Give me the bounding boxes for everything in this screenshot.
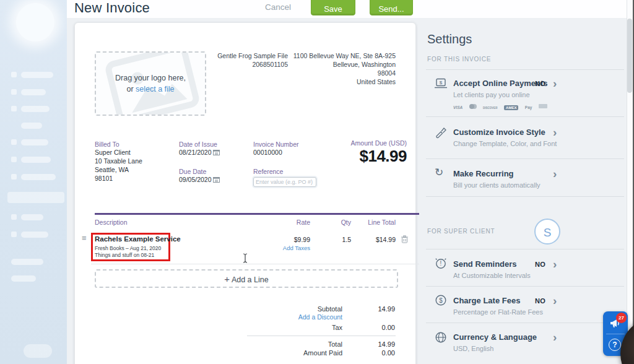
table-top-rule [95,213,419,215]
sidebar-item-label [21,157,51,163]
sidebar-item-active[interactable] [7,192,64,203]
amount-paid-label: Amount Paid [243,349,342,357]
chevron-right-icon: › [553,170,557,178]
logo-drop-text: Drag your logo here, or select a file [96,72,205,95]
status-badge: NO [535,261,545,268]
row-divider [91,264,419,264]
sidebar-item-label [11,259,43,265]
plus-icon: + [224,274,230,284]
billed-to-label: Billed To [95,141,142,148]
sidebar-item-icon [11,157,17,162]
notification-badge: 27 [616,313,627,323]
col-header-line-total: Line Total [355,219,396,226]
svg-text:!: ! [440,260,442,267]
sidebar-item-label [21,232,48,238]
line-item-rate[interactable]: $9.99 [261,236,310,243]
help-button[interactable]: ? [609,339,621,351]
sidebar-item-label [21,174,56,180]
sidebar-item-icon [11,214,17,220]
send-button[interactable]: Send... [370,0,413,15]
reference-field: Reference [253,168,316,187]
text-cursor-icon [242,253,248,263]
sidebar-logo-avatar [16,3,54,41]
recurring-icon: ↻ [435,166,443,179]
company-name: Gentle Frog Sample File [217,51,288,60]
sidebar-item-icon [11,89,17,95]
settings-panel: Settings FOR THIS INVOICE $ Accept Onlin… [426,0,627,364]
col-header-description: Description [95,219,128,226]
mastercard-icon [469,100,477,111]
reference-input[interactable] [253,177,316,187]
status-badge: NO [535,297,545,305]
select-file-link[interactable]: select a file [136,85,175,93]
setting-customize-invoice-style[interactable]: Customize Invoice Style › Change Templat… [426,123,625,152]
bank-payment-icon [539,104,547,108]
chevron-right-icon: › [553,79,557,88]
line-item-description[interactable]: Rachels Example Service Fresh Books – Au… [95,235,181,259]
online-payments-icon: $ [435,78,447,89]
line-item-qty[interactable]: 1.5 [323,236,351,243]
sidebar-item-label [21,123,42,129]
chevron-right-icon: › [553,128,557,137]
setting-accept-online-payments[interactable]: $ Accept Online Payments NO › Let client… [426,74,625,115]
sidebar-item-label [21,139,48,145]
setting-send-reminders[interactable]: ! Send Reminders NO › At Customizable In… [426,254,625,284]
svg-text:$: $ [439,297,443,304]
sidebar-item-icon [11,174,17,180]
sidebar-item-icon [11,72,17,77]
invoice-number-field[interactable]: Invoice Number 00010000 [253,141,299,157]
drag-handle-icon[interactable]: ≡ [82,233,87,243]
company-address[interactable]: 1100 Bellevue Way NE, Ste 8A-925 Bellevu… [293,51,396,86]
sidebar-item-icon [11,106,17,111]
save-button[interactable]: Save [311,0,355,15]
setting-make-recurring[interactable]: ↻ Make Recurring › Bill your clients aut… [426,163,625,193]
apple-pay-icon: Pay [525,105,532,110]
visa-icon: VISA [453,105,462,110]
payment-methods-row: VISA DISCOVER AMEX Pay [453,100,547,111]
subtotal-value: 14.99 [339,305,395,313]
tax-label[interactable]: Tax [243,324,342,331]
company-info[interactable]: Gentle Frog Sample File 2068501105 [217,51,288,69]
paintbrush-icon [435,126,447,139]
invoice-card: Drag your logo here, or select a file Ge… [74,22,416,364]
totals-divider [247,336,396,336]
client-name: Super Client [95,148,142,157]
calendar-icon [213,176,220,183]
setting-charge-late-fees[interactable]: $ Charge Late Fees NO › Percentage or Fl… [426,291,625,321]
delete-line-icon[interactable] [401,235,408,243]
add-taxes-link[interactable]: Add Taxes [261,245,310,251]
chevron-right-icon: › [553,333,557,342]
sidebar-item-icon [11,139,17,145]
date-of-issue-field[interactable]: Date of Issue 08/21/2020 [179,141,220,157]
sidebar-footer-logo [24,344,52,358]
amount-due-value: $14.99 [351,147,407,166]
sidebar-item-label [11,275,36,282]
amount-due-block: Amount Due (USD) $14.99 [351,139,407,166]
line-item-total: $14.99 [355,236,396,243]
svg-text:$: $ [440,80,443,85]
setting-currency-language[interactable]: Currency & Language › USD, English [426,327,625,357]
chevron-right-icon: › [553,297,557,305]
scrollbar-thumb[interactable] [627,19,632,93]
total-value: 14.99 [339,340,395,348]
dollar-coin-icon: $ [435,294,447,306]
add-discount-link[interactable]: Add a Discount [243,313,342,321]
client-avatar[interactable]: S [534,219,560,245]
section-for-super-client: FOR SUPER CLIENT [427,228,495,235]
logo-drop-zone[interactable]: Drag your logo here, or select a file [95,51,206,116]
discover-icon: DISCOVER [483,106,498,110]
cancel-button[interactable]: Cancel [265,2,291,12]
amount-paid-value: 0.00 [339,349,395,357]
settings-title: Settings [427,32,472,46]
sidebar-item-icon [11,232,17,237]
app-window: New Invoice Cancel Save Send... Drag you… [0,0,634,364]
due-date-field[interactable]: Due Date 09/05/2020 [179,168,220,184]
sidebar-item-label [21,106,50,112]
billed-to-block[interactable]: Billed To Super Client 10 Taxable Lane S… [95,141,142,183]
col-header-qty: Qty [323,219,351,226]
sidebar-item-label [21,89,46,95]
company-phone: 2068501105 [217,60,288,69]
add-line-button[interactable]: + Add a Line [95,269,398,288]
sidebar-item-label [21,214,43,220]
subtotal-label: Subtotal [243,305,342,313]
